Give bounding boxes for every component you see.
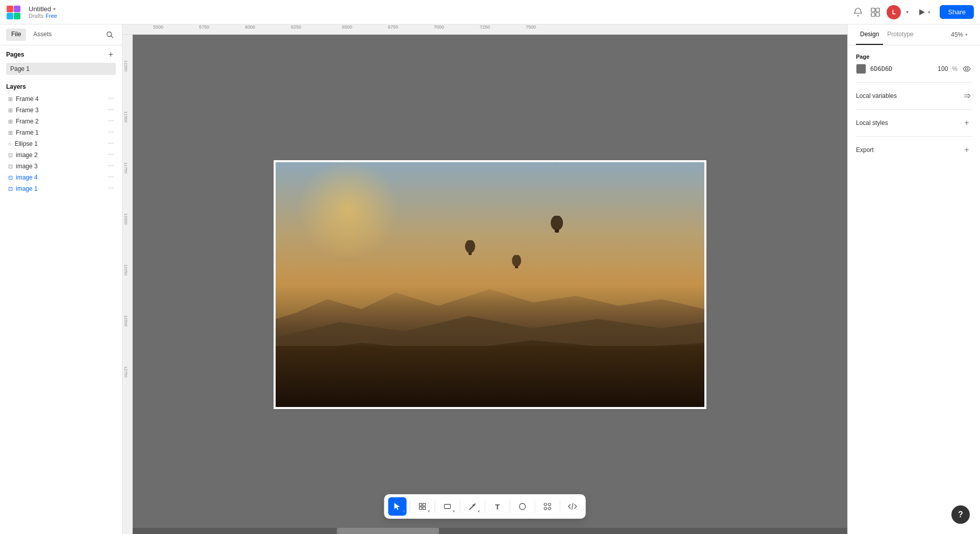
visibility-icon[interactable]: 〰 [108, 151, 114, 159]
visibility-icon[interactable]: 〰 [108, 118, 114, 125]
logo-icon[interactable] [6, 5, 20, 19]
local-variables-section: Local variables [856, 91, 972, 101]
code-tool[interactable] [564, 497, 582, 516]
visibility-icon[interactable]: 〰 [108, 163, 114, 170]
layer-frame-2[interactable]: ⊞ Frame 2 〰 [6, 116, 116, 127]
export-row: Export + [856, 145, 972, 155]
visibility-icon[interactable]: 〰 [108, 174, 114, 181]
svg-marker-17 [395, 503, 400, 510]
visibility-icon[interactable]: 〰 [108, 185, 114, 192]
frame-icon: ⊞ [8, 96, 13, 103]
opacity-value[interactable]: 100 [933, 65, 948, 72]
design-frame[interactable] [274, 160, 706, 409]
tool-dropdown-arrow: ▾ [403, 509, 405, 514]
components-tool[interactable] [538, 497, 557, 516]
tool-dropdown-arrow: ▾ [453, 509, 455, 514]
pen-tool[interactable]: ▾ [463, 497, 482, 516]
divider [856, 109, 972, 110]
toolbar-separator [560, 500, 560, 513]
svg-point-15 [512, 255, 521, 267]
svg-rect-18 [420, 503, 422, 506]
local-styles-label: Local styles [856, 119, 888, 126]
add-local-style-button[interactable]: + [962, 118, 972, 128]
tab-assets[interactable]: Assets [28, 29, 57, 41]
tab-design[interactable]: Design [856, 24, 883, 45]
left-sidebar: File Assets Pages + Page 1 Layers ⊞ [0, 24, 122, 534]
drafts-label: Drafts [29, 13, 43, 19]
search-button[interactable] [104, 29, 116, 41]
svg-rect-5 [876, 8, 879, 12]
export-section: Export + [856, 145, 972, 155]
title-text: Untitled [29, 5, 51, 13]
toolbar-separator [535, 500, 535, 513]
canvas-content[interactable] [133, 35, 847, 534]
ruler-mark: 5750 [199, 24, 209, 30]
ellipse-tool[interactable] [513, 497, 532, 516]
toolbar-separator [410, 500, 410, 513]
layer-ellipse-1[interactable]: ○ Ellipse 1 〰 [6, 138, 116, 149]
layer-name: Frame 3 [16, 107, 105, 114]
layer-image-1[interactable]: ⊡ image 1 〰 [6, 183, 116, 194]
opacity-percent: % [952, 65, 958, 72]
layer-name: Frame 2 [16, 118, 105, 125]
layer-frame-1[interactable]: ⊞ Frame 1 〰 [6, 127, 116, 138]
rect-tool[interactable]: ▾ [438, 497, 457, 516]
color-swatch[interactable] [856, 64, 866, 74]
layer-image-2[interactable]: ⊡ image 2 〰 [6, 149, 116, 161]
free-badge: Free [45, 13, 57, 19]
svg-rect-4 [871, 8, 875, 12]
visibility-icon[interactable]: 〰 [108, 107, 114, 114]
add-export-button[interactable]: + [962, 145, 972, 155]
frame-tool[interactable]: ▾ [413, 497, 432, 516]
svg-point-28 [548, 507, 551, 510]
tab-prototype[interactable]: Prototype [883, 24, 917, 45]
topbar: Untitled ▾ Drafts Free L ▾ [0, 0, 980, 24]
tab-file[interactable]: File [6, 29, 26, 41]
layout-icon[interactable] [869, 6, 881, 18]
zoom-control[interactable]: 45% ▾ [947, 24, 972, 45]
canvas-area[interactable]: 5500 5750 6000 6250 6500 6750 7000 7250 … [122, 24, 847, 534]
divider [856, 82, 972, 83]
svg-rect-20 [420, 507, 422, 510]
svg-line-10 [111, 36, 113, 38]
local-variables-icon[interactable] [962, 91, 972, 101]
main-layout: File Assets Pages + Page 1 Layers ⊞ [0, 24, 980, 534]
ruler-mark-left: 11750 [124, 162, 128, 173]
pages-title: Pages [6, 51, 24, 58]
image-icon: ⊡ [8, 163, 13, 170]
select-tool[interactable]: ▾ [388, 497, 407, 516]
page-item-1[interactable]: Page 1 [6, 63, 116, 75]
frame-icon: ⊞ [8, 118, 13, 125]
visibility-icon[interactable]: 〰 [108, 95, 114, 103]
project-subtitle: Drafts Free [29, 13, 57, 19]
notifications-icon[interactable] [852, 6, 864, 18]
project-title[interactable]: Untitled ▾ [29, 5, 57, 13]
svg-rect-1 [14, 6, 20, 12]
project-title-area: Untitled ▾ Drafts Free [29, 5, 57, 19]
visibility-icon[interactable]: 〰 [108, 129, 114, 136]
horizontal-scrollbar[interactable] [133, 528, 847, 534]
svg-point-30 [966, 68, 968, 70]
layer-frame-3[interactable]: ⊞ Frame 3 〰 [6, 105, 116, 116]
layer-name: Frame 1 [16, 129, 105, 136]
visibility-toggle[interactable] [962, 64, 972, 74]
svg-point-11 [465, 240, 475, 253]
ruler-mark: 7000 [434, 24, 444, 30]
user-avatar[interactable]: L [887, 5, 901, 19]
visibility-icon[interactable]: 〰 [108, 140, 114, 147]
share-button[interactable]: Share [940, 5, 974, 19]
scrollbar-thumb[interactable] [337, 528, 439, 534]
layer-image-3[interactable]: ⊡ image 3 〰 [6, 161, 116, 172]
frame-icon: ⊞ [8, 107, 13, 114]
layer-image-4[interactable]: ⊡ image 4 〰 [6, 172, 116, 183]
present-button[interactable]: ▾ [914, 6, 935, 18]
balloon-2 [550, 216, 564, 237]
add-page-button[interactable]: + [106, 49, 116, 60]
sun-glow [297, 162, 399, 260]
toolbar: ▾ ▾ ▾ [384, 494, 586, 519]
help-button[interactable]: ? [951, 505, 970, 524]
color-hex-value[interactable]: 6D6D6D [870, 65, 928, 72]
text-tool[interactable]: T [488, 497, 507, 516]
layer-frame-4[interactable]: ⊞ Frame 4 〰 [6, 93, 116, 105]
topbar-right: L ▾ ▾ Share [852, 5, 974, 19]
